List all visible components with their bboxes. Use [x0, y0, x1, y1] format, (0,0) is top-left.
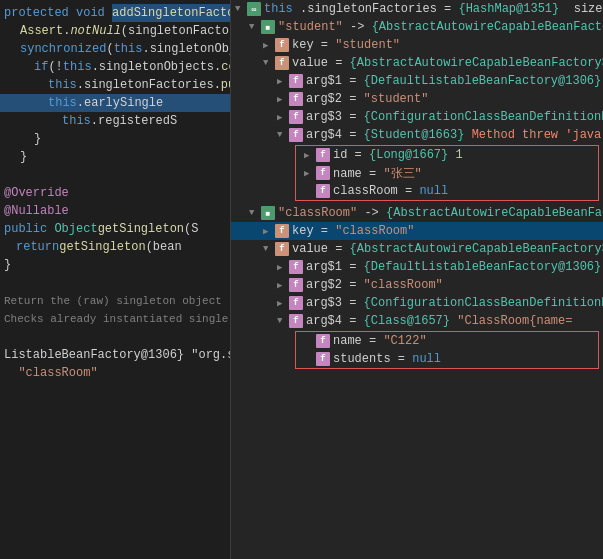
arrow-icon: [249, 208, 261, 218]
debug-arg3-student[interactable]: f arg$3 = {ConfigurationClassBeanDefinit…: [231, 108, 603, 126]
code-line: if (! this .singletonObjects. containsKe…: [0, 58, 230, 76]
debug-arg2-student[interactable]: f arg$2 = "student": [231, 90, 603, 108]
code-line: @Override: [0, 184, 230, 202]
debug-label: name = "张三": [333, 165, 422, 182]
debug-key-classroom[interactable]: f key = "classRoom": [231, 222, 603, 240]
debug-label: key = "classRoom": [292, 224, 414, 238]
code-line: }: [0, 130, 230, 148]
code-comment: Checks already instantiated single: [0, 310, 230, 328]
debug-label: value = {AbstractAutowireCapableBeanFact…: [292, 242, 603, 256]
arrow-icon: [304, 168, 316, 179]
field-icon: f: [289, 260, 303, 274]
code-line: Assert . notNull (singletonFactory, mess…: [0, 22, 230, 40]
debug-arg4-classroom[interactable]: f arg$4 = {Class@1657} "ClassRoom{name=: [231, 312, 603, 330]
field-icon: f: [275, 56, 289, 70]
equals-icon: ∞: [247, 2, 261, 16]
field-icon: f: [289, 92, 303, 106]
field-icon: f: [275, 242, 289, 256]
debug-label: arg$3 = {ConfigurationClassBeanDefinitio…: [306, 110, 603, 124]
debug-classroom-entry[interactable]: ■ "classRoom" -> {AbstractAutowireCapabl…: [231, 204, 603, 222]
field-icon: f: [275, 224, 289, 238]
debug-label: arg$2 = "classRoom": [306, 278, 443, 292]
debug-arg4-student[interactable]: f arg$4 = {Student@1663} Method threw 'j…: [231, 126, 603, 144]
code-line: "classRoom": [0, 364, 230, 382]
debug-label: key = "student": [292, 38, 400, 52]
code-comment: Return the (raw) singleton object r: [0, 292, 230, 310]
arrow-icon: [277, 280, 289, 291]
debug-header[interactable]: ∞ this .singletonFactories = {HashMap@13…: [231, 0, 603, 18]
debug-label: arg$1 = {DefaultListableBeanFactory@1306…: [306, 260, 603, 274]
debug-label: "classRoom" -> {AbstractAutowireCapableB…: [278, 206, 603, 220]
debug-panel: ∞ this .singletonFactories = {HashMap@13…: [230, 0, 603, 559]
equals-icon: ■: [261, 206, 275, 220]
debug-arg2-classroom[interactable]: f arg$2 = "classRoom": [231, 276, 603, 294]
field-icon: f: [289, 128, 303, 142]
debug-students[interactable]: f students = null: [296, 350, 598, 368]
arrow-icon: [277, 94, 289, 105]
field-icon: f: [316, 184, 330, 198]
code-line: return getSingleton (bean: [0, 238, 230, 256]
debug-label: this .singletonFactories = {HashMap@1351…: [264, 2, 603, 16]
code-line: @Nullable: [0, 202, 230, 220]
debug-label: value = {AbstractAutowireCapableBeanFact…: [292, 56, 603, 70]
field-icon: f: [275, 38, 289, 52]
red-box-classroom: f name = "C122" f students = null: [295, 331, 599, 369]
equals-icon: ■: [261, 20, 275, 34]
field-icon: f: [289, 296, 303, 310]
debug-arg1-classroom[interactable]: f arg$1 = {DefaultListableBeanFactory@13…: [231, 258, 603, 276]
code-line: this .earlySingle: [0, 94, 230, 112]
code-line: [0, 166, 230, 184]
debug-label: arg$1 = {DefaultListableBeanFactory@1306…: [306, 74, 603, 88]
debug-classroom-student[interactable]: f classRoom = null: [296, 182, 598, 200]
code-line: ListableBeanFactory@1306} "org.sprin: [0, 346, 230, 364]
debug-id[interactable]: f id = {Long@1667} 1: [296, 146, 598, 164]
debug-label: name = "C122": [333, 334, 427, 348]
debug-label: arg$4 = {Student@1663} Method threw 'jav…: [306, 128, 603, 142]
code-line: }: [0, 148, 230, 166]
code-editor: protected void addSingletonFactory ( Str…: [0, 0, 230, 559]
debug-label: classRoom = null: [333, 184, 448, 198]
arrow-icon: [263, 244, 275, 254]
arrow-icon: [263, 226, 275, 237]
code-line: }: [0, 256, 230, 274]
field-icon: f: [316, 148, 330, 162]
field-icon: f: [316, 352, 330, 366]
debug-label: "student" -> {AbstractAutowireCapableBea…: [278, 20, 603, 34]
code-line: public Object getSingleton (S: [0, 220, 230, 238]
field-icon: f: [316, 334, 330, 348]
debug-key-student[interactable]: f key = "student": [231, 36, 603, 54]
red-box-student: f id = {Long@1667} 1 f name = "张三" f: [295, 145, 599, 201]
arrow-icon: [263, 58, 275, 68]
arrow-icon: [235, 4, 247, 14]
debug-label: arg$2 = "student": [306, 92, 428, 106]
field-icon: f: [289, 278, 303, 292]
arrow-icon: [263, 40, 275, 51]
debug-label: students = null: [333, 352, 441, 366]
debug-name-classroom[interactable]: f name = "C122": [296, 332, 598, 350]
arrow-icon: [277, 76, 289, 87]
arrow-icon: [304, 150, 316, 161]
field-icon: f: [289, 314, 303, 328]
debug-arg3-classroom[interactable]: f arg$3 = {ConfigurationClassBeanDefinit…: [231, 294, 603, 312]
debug-arg1-student[interactable]: f arg$1 = {DefaultListableBeanFactory@13…: [231, 72, 603, 90]
arrow-icon: [277, 112, 289, 123]
field-icon: f: [316, 166, 330, 180]
field-icon: f: [289, 110, 303, 124]
code-line: this .registeredS: [0, 112, 230, 130]
debug-value-student[interactable]: f value = {AbstractAutowireCapableBeanFa…: [231, 54, 603, 72]
code-line: [0, 274, 230, 292]
debug-label: arg$3 = {ConfigurationClassBeanDefinitio…: [306, 296, 603, 310]
debug-label: id = {Long@1667} 1: [333, 148, 463, 162]
arrow-icon: [277, 262, 289, 273]
code-line: synchronized ( this .singletonObjects) {: [0, 40, 230, 58]
field-icon: f: [289, 74, 303, 88]
debug-label: arg$4 = {Class@1657} "ClassRoom{name=: [306, 314, 572, 328]
arrow-icon: [277, 130, 289, 140]
debug-name-student[interactable]: f name = "张三": [296, 164, 598, 182]
debug-student-entry[interactable]: ■ "student" -> {AbstractAutowireCapableB…: [231, 18, 603, 36]
arrow-icon: [249, 22, 261, 32]
code-line: this .singletonFactories. put (beanName,…: [0, 76, 230, 94]
code-line: protected void addSingletonFactory ( Str…: [0, 4, 230, 22]
debug-value-classroom[interactable]: f value = {AbstractAutowireCapableBeanFa…: [231, 240, 603, 258]
code-line: [0, 328, 230, 346]
